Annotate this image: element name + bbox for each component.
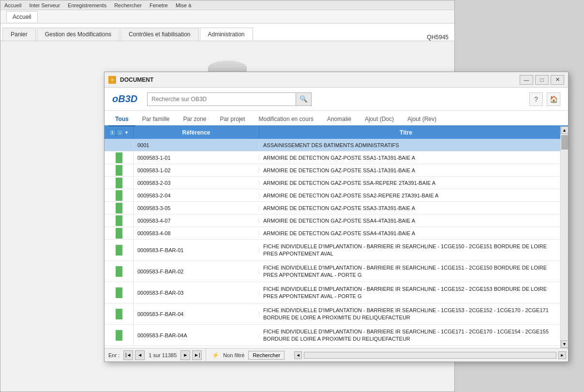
menu-enregistrements[interactable]: Enregistrements (68, 2, 106, 8)
row-reference: 0009583-3-05 (134, 205, 259, 211)
ob3d-logo: oB3D (112, 93, 137, 105)
menu-rechercher[interactable]: Rechercher (114, 2, 142, 8)
tab-par-projet[interactable]: Par projet (213, 113, 252, 126)
green-indicator (116, 287, 122, 298)
row-reference: 0009583-F-BAR-04 (134, 311, 259, 317)
record-nav-section: Enr : |◄ ◄ 1 sur 11385 ► ►| (106, 348, 206, 362)
modal-tabs-row: Tous Par famille Par zone Par projet Mod… (105, 111, 568, 126)
help-icons: ? 🏠 (529, 92, 560, 106)
filter-label: Non filtré (221, 352, 246, 358)
home-tab-bar: Accueil (0, 10, 454, 24)
table-row[interactable]: 0001ASSAINISSEMENT DES BATIMENTS ADMINIS… (105, 139, 560, 151)
row-reference: 0009583-F-BAR-03 (134, 290, 259, 296)
ob3d-header: oB3D 🔍 ? 🏠 (105, 88, 568, 111)
tab-gestion-modifications[interactable]: Gestion des Modifications (37, 28, 120, 41)
nav-prev-btn[interactable]: ◄ (135, 350, 145, 360)
sort-desc-btn[interactable]: ↓ (117, 129, 123, 136)
green-indicator (116, 245, 122, 256)
maximize-button[interactable]: □ (535, 75, 549, 85)
scroll-up-btn[interactable]: ▲ (561, 126, 569, 134)
filter-section: ⚡ Non filtré Rechercher (208, 351, 288, 360)
row-title: FICHE INDIVIDUELLE D'IMPLANTATION - BARR… (259, 286, 560, 300)
table-row[interactable]: 0009583-F-BAR-03FICHE INDIVIDUELLE D'IMP… (105, 282, 560, 303)
row-title: ARMOIRE DE DETECTION GAZ-POSTE SSA1-1TA3… (259, 167, 560, 173)
table-row[interactable]: 0009583-2-04ARMOIRE DE DETECTION GAZ-POS… (105, 189, 560, 202)
nav-first-btn[interactable]: |◄ (123, 350, 133, 360)
col-controls-header: I ↓ ▼ (105, 126, 134, 139)
row-title: ARMOIRE DE DETECTION GAZ-POSTE SSA1-1TA3… (259, 155, 560, 161)
h-scroll-track[interactable] (304, 352, 556, 359)
green-indicator (116, 330, 122, 341)
scroll-thumb[interactable] (561, 135, 568, 150)
row-controls (105, 164, 134, 176)
row-title: ARMOIRE DE DETECTION GAZ-POSTE SSA-REPER… (259, 180, 560, 186)
tab-accueil[interactable]: Accueil (6, 11, 38, 22)
col-title-header: Titre (259, 126, 553, 139)
search-input[interactable] (148, 93, 296, 106)
menu-mise[interactable]: Mise à (176, 2, 191, 8)
bg-tabs-row: Panier Gestion des Modifications Contrôl… (0, 24, 454, 41)
scroll-right-btn[interactable]: ► (558, 351, 566, 359)
scroll-down-btn[interactable]: ▼ (561, 340, 569, 348)
row-reference: 0009583-4-08 (134, 230, 259, 236)
tab-administration[interactable]: Administration (200, 28, 253, 41)
home-button[interactable]: 🏠 (547, 92, 560, 106)
row-reference: 0009583-2-04 (134, 193, 259, 198)
rechercher-button[interactable]: Rechercher (248, 351, 285, 360)
modal-title: DOCUMENT (120, 76, 516, 83)
vertical-scrollbar[interactable]: ▲ ▼ (560, 126, 568, 348)
tab-ajout-doc[interactable]: Ajout (Doc) (358, 113, 401, 126)
tab-anomalie[interactable]: Anomalie (320, 113, 358, 126)
nav-next-btn[interactable]: ► (180, 350, 190, 360)
table-row[interactable]: 0009583-F-BAR-01FICHE INDIVIDUELLE D'IMP… (105, 240, 560, 261)
table-row[interactable]: 0009583-1-01ARMOIRE DE DETECTION GAZ-POS… (105, 151, 560, 164)
close-button[interactable]: ✕ (551, 75, 564, 85)
row-controls (105, 189, 134, 201)
tab-ajout-rev[interactable]: Ajout (Rev) (401, 113, 443, 126)
row-controls (105, 139, 134, 151)
table-main: I ↓ ▼ Référence Titre 0001ASSAINISSEMENT… (105, 126, 560, 348)
table-row[interactable]: 0009583-4-07ARMOIRE DE DETECTION GAZ-POS… (105, 214, 560, 227)
green-indicator (116, 190, 122, 201)
green-indicator (116, 266, 122, 277)
row-controls (105, 151, 134, 164)
table-body[interactable]: 0001ASSAINISSEMENT DES BATIMENTS ADMINIS… (105, 139, 560, 348)
record-info: 1 sur 11385 (147, 352, 179, 358)
green-indicator (116, 152, 122, 163)
sort-asc-btn[interactable]: I (109, 129, 116, 136)
table-row[interactable]: 0009583-1-02ARMOIRE DE DETECTION GAZ-POS… (105, 164, 560, 177)
nav-last-btn[interactable]: ►| (192, 350, 202, 360)
scroll-left-btn[interactable]: ◄ (294, 351, 302, 359)
tab-par-famille[interactable]: Par famille (135, 113, 177, 126)
help-button[interactable]: ? (529, 92, 543, 106)
table-row[interactable]: 0009583-F-BAR-04FICHE INDIVIDUELLE D'IMP… (105, 303, 560, 325)
table-row[interactable]: 0009583-4-08ARMOIRE DE DETECTION GAZ-POS… (105, 227, 560, 240)
row-title: ARMOIRE DE DETECTION GAZ-POSTE SSA4-4TA3… (259, 230, 560, 236)
row-reference: 0009583-1-02 (134, 167, 259, 173)
tab-par-zone[interactable]: Par zone (176, 113, 213, 126)
row-reference: 0009583-F-BAR-04A (134, 332, 259, 338)
menu-inter-serveur[interactable]: Inter Serveur (29, 2, 60, 8)
green-indicator (116, 215, 122, 226)
menu-accueil[interactable]: Accueil (4, 2, 21, 8)
menu-fenetre[interactable]: Fenetre (150, 2, 168, 8)
row-reference: 0001 (134, 142, 259, 148)
row-controls (105, 227, 134, 239)
row-title: ARMOIRE DE DETECTION GAZ-POSTE SSA2-REPE… (259, 193, 560, 198)
tab-modification-en-cours[interactable]: Modification en cours (252, 113, 320, 126)
tab-panier[interactable]: Panier (2, 28, 36, 41)
tab-tous[interactable]: Tous (108, 113, 135, 126)
row-controls (105, 177, 134, 189)
table-row[interactable]: 0009583-3-05ARMOIRE DE DETECTION GAZ-POS… (105, 202, 560, 214)
green-indicator (116, 203, 122, 213)
search-button[interactable]: 🔍 (296, 93, 311, 106)
minimize-button[interactable]: — (520, 75, 533, 85)
tab-controles-fiabilisation[interactable]: Contrôles et fiabilisation (120, 28, 198, 41)
table-row[interactable]: 0009583-F-BAR-02FICHE INDIVIDUELLE D'IMP… (105, 261, 560, 282)
qh-code: QH5945 (427, 34, 449, 41)
table-row[interactable]: 0009583-F-BAR-04AFICHE INDIVIDUELLE D'IM… (105, 325, 560, 346)
table-row[interactable]: 0009583-2-03ARMOIRE DE DETECTION GAZ-POS… (105, 177, 560, 189)
modal-titlebar: ≡ DOCUMENT — □ ✕ (105, 72, 568, 88)
scroll-track (561, 135, 568, 339)
green-indicator (116, 228, 122, 239)
